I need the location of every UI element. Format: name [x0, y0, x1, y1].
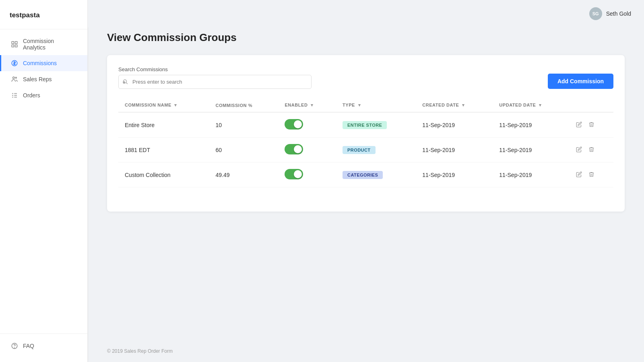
sidebar-item-label-faq: FAQ: [23, 343, 34, 349]
sidebar-item-label-orders: Orders: [23, 92, 40, 99]
sidebar-item-sales-reps[interactable]: Sales Reps: [0, 71, 87, 87]
table-row: 1881 EDT 60 PRODUCT 11-Sep-2019 11-Sep-2…: [118, 138, 613, 162]
toggle-knob-2: [294, 170, 302, 178]
delete-icon-2[interactable]: [588, 171, 594, 179]
sort-icon-type: ▾: [358, 103, 361, 107]
edit-icon-2[interactable]: [576, 171, 582, 179]
cell-updated-date-2: 11-Sep-2019: [493, 162, 570, 187]
sidebar-item-orders[interactable]: Orders: [0, 87, 87, 103]
cell-enabled-1: [278, 138, 336, 162]
type-badge-0: ENTIRE STORE: [343, 121, 387, 129]
type-badge-1: PRODUCT: [343, 146, 375, 154]
col-type[interactable]: TYPE ▾: [336, 99, 416, 112]
cell-created-date-2: 11-Sep-2019: [416, 162, 493, 187]
toggle-knob-0: [294, 120, 302, 128]
svg-point-6: [15, 77, 17, 78]
table-row: Custom Collection 49.49 CATEGORIES 11-Se…: [118, 162, 613, 187]
sidebar-brand: testpasta: [0, 0, 87, 29]
commissions-table: COMMISSION NAME ▾ COMMISSION % ENABLED ▾: [118, 99, 613, 187]
svg-point-14: [14, 348, 15, 348]
topbar: SG Seth Gold: [88, 0, 644, 27]
sidebar-item-label-commissions: Commissions: [23, 60, 57, 66]
sidebar-faq: FAQ: [0, 338, 87, 362]
sidebar-item-label-sales-reps: Sales Reps: [23, 76, 52, 82]
edit-icon-0[interactable]: [576, 121, 582, 129]
sort-icon-enabled: ▾: [311, 103, 314, 107]
svg-rect-3: [15, 45, 17, 47]
footer: © 2019 Sales Rep Order Form: [88, 340, 644, 362]
sort-icon-created-date: ▾: [462, 103, 465, 107]
search-bar-row: Search Commissions ● Add Commission: [118, 66, 613, 89]
sort-icon-commission-name: ▾: [174, 103, 177, 107]
user-avatar: SG: [589, 7, 602, 20]
commissions-table-wrap: COMMISSION NAME ▾ COMMISSION % ENABLED ▾: [118, 99, 613, 187]
sidebar-item-commission-analytics[interactable]: Commission Analytics: [0, 33, 87, 55]
cell-commission-name-2: Custom Collection: [118, 162, 209, 187]
delete-icon-1[interactable]: [588, 146, 594, 154]
cell-commission-pct-2: 49.49: [209, 162, 278, 187]
search-label: Search Commissions: [118, 66, 312, 72]
user-info[interactable]: SG Seth Gold: [589, 7, 631, 20]
toggle-enabled-0[interactable]: [285, 119, 303, 130]
toggle-enabled-2[interactable]: [285, 169, 303, 179]
search-input[interactable]: [118, 75, 312, 89]
sidebar-item-label-commission-analytics: Commission Analytics: [23, 38, 78, 51]
main-card: Search Commissions ● Add Commission: [107, 55, 625, 212]
table-header: COMMISSION NAME ▾ COMMISSION % ENABLED ▾: [118, 99, 613, 112]
svg-rect-0: [12, 41, 14, 43]
cell-actions-0: [570, 112, 613, 138]
cell-created-date-1: 11-Sep-2019: [416, 138, 493, 162]
col-commission-name[interactable]: COMMISSION NAME ▾: [118, 99, 209, 112]
col-updated-date[interactable]: UPDATED DATE ▾: [493, 99, 570, 112]
cell-actions-2: [570, 162, 613, 187]
toggle-knob-1: [294, 145, 302, 153]
sidebar-item-commissions[interactable]: Commissions: [0, 55, 87, 71]
cell-enabled-2: [278, 162, 336, 187]
dollar-icon: [11, 60, 18, 67]
table-row: Entire Store 10 ENTIRE STORE 11-Sep-2019…: [118, 112, 613, 138]
page-content: View Commission Groups Search Commission…: [88, 27, 644, 340]
main-content: SG Seth Gold View Commission Groups Sear…: [88, 0, 644, 362]
sidebar-divider: [0, 333, 87, 334]
toggle-enabled-1[interactable]: [285, 144, 303, 154]
col-created-date[interactable]: CREATED DATE ▾: [416, 99, 493, 112]
col-enabled[interactable]: ENABLED ▾: [278, 99, 336, 112]
footer-text: © 2019 Sales Rep Order Form: [107, 348, 173, 354]
sidebar: testpasta Commission Analytics: [0, 0, 88, 362]
cell-type-1: PRODUCT: [336, 138, 416, 162]
delete-icon-0[interactable]: [588, 121, 594, 129]
help-icon: [11, 342, 18, 350]
cell-type-2: CATEGORIES: [336, 162, 416, 187]
table-body: Entire Store 10 ENTIRE STORE 11-Sep-2019…: [118, 112, 613, 187]
search-section: Search Commissions ●: [118, 66, 312, 89]
search-input-wrap: ●: [118, 75, 312, 89]
cell-updated-date-1: 11-Sep-2019: [493, 138, 570, 162]
svg-rect-1: [15, 41, 17, 43]
svg-rect-2: [12, 45, 14, 47]
cell-actions-1: [570, 138, 613, 162]
col-actions: [570, 99, 613, 112]
svg-point-5: [13, 77, 15, 79]
user-name: Seth Gold: [606, 10, 631, 17]
search-icon: ●: [122, 79, 126, 85]
svg-point-15: [123, 80, 126, 83]
add-commission-button[interactable]: Add Commission: [548, 74, 613, 89]
cell-created-date-0: 11-Sep-2019: [416, 112, 493, 138]
col-commission-pct: COMMISSION %: [209, 99, 278, 112]
page-title: View Commission Groups: [107, 31, 625, 44]
sort-icon-updated-date: ▾: [539, 103, 542, 107]
cell-enabled-0: [278, 112, 336, 138]
cell-commission-name-1: 1881 EDT: [118, 138, 209, 162]
people-icon: [11, 76, 18, 83]
list-icon: [11, 92, 18, 99]
cell-commission-pct-1: 60: [209, 138, 278, 162]
type-badge-2: CATEGORIES: [343, 171, 383, 179]
edit-icon-1[interactable]: [576, 146, 582, 154]
cell-type-0: ENTIRE STORE: [336, 112, 416, 138]
cell-commission-pct-0: 10: [209, 112, 278, 138]
cell-updated-date-0: 11-Sep-2019: [493, 112, 570, 138]
cell-commission-name-0: Entire Store: [118, 112, 209, 138]
sidebar-item-faq[interactable]: FAQ: [0, 338, 87, 354]
svg-line-16: [126, 82, 128, 84]
sidebar-nav: Commission Analytics Commissions: [0, 33, 87, 329]
